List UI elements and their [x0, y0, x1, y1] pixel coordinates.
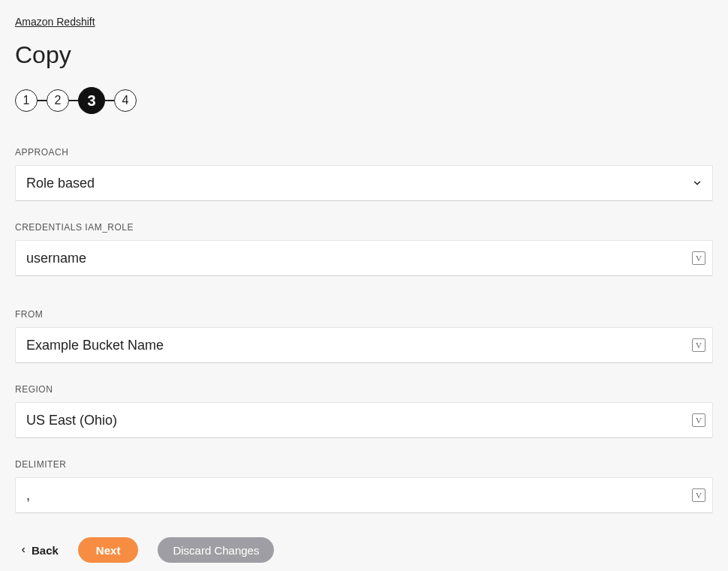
step-4[interactable]: 4	[114, 89, 137, 112]
step-2[interactable]: 2	[47, 89, 69, 112]
variable-icon[interactable]: V	[692, 413, 705, 427]
delimiter-label: DELIMITER	[15, 459, 713, 470]
chevron-left-icon	[20, 545, 27, 554]
variable-icon[interactable]: V	[692, 338, 705, 352]
region-input[interactable]	[15, 402, 713, 438]
variable-icon[interactable]: V	[692, 488, 705, 502]
stepper: 1 2 3 4	[15, 87, 713, 114]
credentials-input[interactable]	[15, 240, 713, 276]
step-connector	[38, 100, 47, 101]
step-connector	[105, 100, 114, 101]
next-button[interactable]: Next	[78, 537, 139, 563]
discard-button[interactable]: Discard Changes	[158, 537, 274, 563]
step-connector	[69, 100, 78, 101]
back-button-label: Back	[32, 544, 59, 557]
back-button[interactable]: Back	[20, 544, 59, 557]
breadcrumb-link[interactable]: Amazon Redshift	[15, 16, 95, 28]
approach-label: APPROACH	[15, 147, 713, 158]
from-label: FROM	[15, 309, 713, 320]
from-input[interactable]	[15, 327, 713, 363]
step-1[interactable]: 1	[15, 89, 38, 112]
footer-actions: Back Next Discard Changes	[15, 537, 713, 563]
variable-icon[interactable]: V	[692, 251, 705, 265]
approach-select[interactable]: Role based	[15, 165, 713, 201]
credentials-label: CREDENTIALS IAM_ROLE	[15, 222, 713, 233]
region-label: REGION	[15, 384, 713, 395]
step-3[interactable]: 3	[78, 87, 105, 114]
page-title: Copy	[15, 41, 713, 69]
delimiter-input[interactable]	[15, 477, 713, 513]
